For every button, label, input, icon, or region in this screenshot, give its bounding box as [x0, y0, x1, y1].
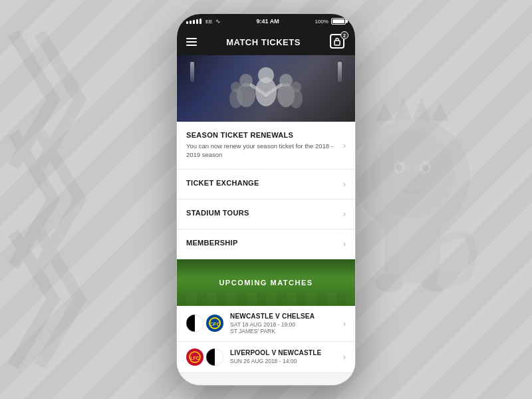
svg-point-17 — [258, 67, 274, 83]
svg-point-10 — [375, 273, 403, 292]
svg-point-5 — [420, 161, 431, 174]
liverpool-badge: LFC — [186, 348, 203, 366]
season-ticket-title: SEASON TICKET RENEWALS — [186, 131, 338, 139]
grass-overlay — [177, 293, 355, 306]
players-silhouette — [200, 62, 332, 122]
content-area: SEASON TICKET RENEWALS You can now renew… — [177, 122, 355, 385]
hero-banner — [177, 55, 355, 122]
upcoming-label: UPCOMING MATCHES — [219, 279, 313, 287]
membership-chevron: › — [343, 239, 346, 249]
svg-point-4 — [394, 161, 405, 174]
svg-rect-27 — [195, 315, 203, 332]
lock-icon — [332, 37, 342, 46]
ticket-exchange-item[interactable]: TICKET EXCHANGE › — [177, 170, 355, 200]
svg-point-12 — [438, 271, 456, 289]
svg-point-11 — [422, 273, 450, 292]
match-clubs-area-2: LFC — [186, 348, 223, 366]
ticket-exchange-content: TICKET EXCHANGE — [186, 179, 338, 190]
battery-icon — [331, 18, 346, 25]
membership-content: MEMBERSHIP — [186, 239, 338, 249]
upcoming-matches-banner: UPCOMING MATCHES — [177, 259, 355, 306]
newcastle-badge — [186, 315, 203, 332]
match-name: NEWCASTLE V CHELSEA — [230, 313, 338, 320]
svg-point-23 — [291, 82, 301, 92]
signal-icon — [186, 19, 201, 24]
membership-item[interactable]: MEMBERSHIP › — [177, 229, 355, 259]
svg-marker-0 — [375, 98, 449, 121]
membership-title: MEMBERSHIP — [186, 239, 338, 247]
battery-fill — [332, 19, 344, 23]
stadium-tours-content: STADIUM TOURS — [186, 209, 338, 219]
ticket-exchange-chevron: › — [343, 179, 346, 189]
ticket-exchange-title: TICKET EXCHANGE — [186, 179, 338, 187]
svg-rect-36 — [215, 348, 223, 366]
svg-point-8 — [406, 178, 418, 187]
cart-button[interactable]: 2 — [330, 34, 346, 50]
page-title: MATCH TICKETS — [226, 37, 301, 47]
hamburger-line-3 — [186, 45, 197, 46]
match-date: SAT 18 AUG 2018 - 19:00 — [230, 321, 338, 328]
stadium-light-right — [338, 62, 342, 82]
nav-bar: MATCH TICKETS 2 — [177, 29, 355, 55]
match-liverpool-newcastle-info: LIVERPOOL V NEWCASTLE SUN 26 AUG 2018 - … — [230, 349, 338, 364]
match-liverpool-newcastle[interactable]: LFC LIVERPOOL V NEWCASTLE SUN 26 AUG 201… — [177, 342, 355, 373]
newcastle-badge-2 — [206, 348, 223, 366]
match-venue: ST JAMES' PARK — [230, 328, 338, 334]
stadium-tours-chevron: › — [343, 209, 346, 219]
season-ticket-content: SEASON TICKET RENEWALS You can now renew… — [186, 131, 338, 160]
battery-area: 100% — [315, 18, 346, 25]
status-left: EE ∿ — [186, 18, 221, 25]
svg-text:LFC: LFC — [190, 356, 200, 360]
svg-point-2 — [355, 119, 470, 234]
season-ticket-chevron: › — [343, 140, 346, 150]
svg-point-3 — [370, 130, 454, 219]
wifi-icon: ∿ — [215, 18, 221, 25]
status-bar: EE ∿ 9:41 AM 100% — [177, 14, 355, 29]
bg-chevrons — [0, 0, 146, 399]
svg-point-6 — [396, 165, 403, 172]
stadium-tours-title: STADIUM TOURS — [186, 209, 338, 217]
clock: 9:41 AM — [257, 18, 279, 25]
battery-percent: 100% — [315, 19, 329, 25]
phone-frame: EE ∿ 9:41 AM 100% MATCH TICKETS 2 — [176, 13, 356, 386]
season-ticket-subtitle: You can now renew your season ticket for… — [186, 142, 338, 160]
stadium-tours-item[interactable]: STADIUM TOURS › — [177, 200, 355, 229]
match-name-2: LIVERPOOL V NEWCASTLE — [230, 349, 338, 356]
cart-count-badge: 2 — [340, 31, 348, 39]
svg-text:CFC: CFC — [209, 321, 221, 327]
match-clubs-area: CFC — [186, 315, 223, 332]
match-date-2: SUN 26 AUG 2018 - 14:00 — [230, 358, 338, 364]
match-newcastle-chelsea-info: NEWCASTLE V CHELSEA SAT 18 AUG 2018 - 19… — [230, 313, 338, 334]
stadium-light-left — [190, 62, 194, 82]
svg-point-21 — [231, 82, 241, 92]
match-newcastle-chelsea[interactable]: CFC NEWCASTLE V CHELSEA SAT 18 AUG 2018 … — [177, 306, 355, 342]
hamburger-line-1 — [186, 38, 197, 39]
match-liverpool-chevron: › — [343, 352, 346, 362]
hamburger-line-2 — [186, 41, 197, 43]
chelsea-badge: CFC — [206, 315, 223, 332]
season-ticket-item[interactable]: SEASON TICKET RENEWALS You can now renew… — [177, 122, 355, 170]
carrier-label: EE — [205, 19, 213, 25]
menu-button[interactable] — [186, 38, 197, 46]
match-newcastle-chevron: › — [343, 319, 346, 329]
svg-rect-9 — [384, 218, 440, 283]
svg-rect-13 — [334, 41, 340, 45]
svg-point-7 — [422, 165, 429, 172]
svg-point-1 — [370, 126, 454, 218]
